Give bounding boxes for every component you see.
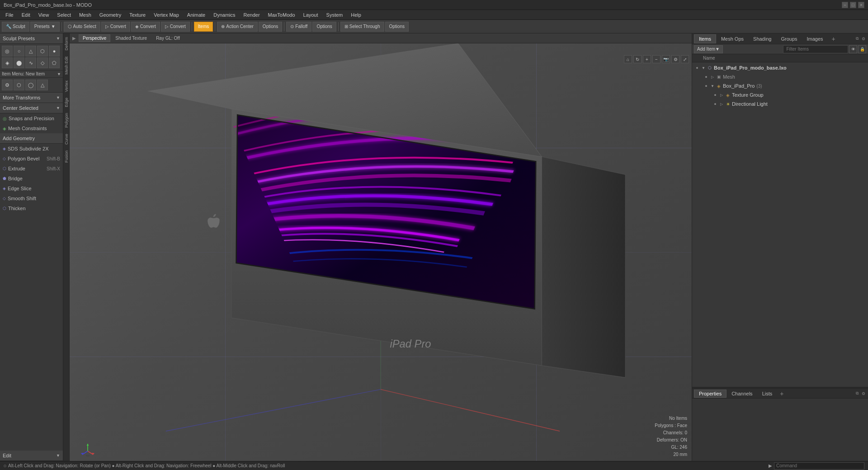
scene-tree[interactable]: ● ▼ ⬡ Box_iPad_Pro_modo_base.lxo ● ▷ ▣ M… [692, 62, 868, 387]
menu-mesh[interactable]: Mesh [75, 11, 95, 19]
rpanel-gear-button[interactable]: ⚙ [861, 36, 866, 42]
more-transforms-header[interactable]: More Transforms ▼ [0, 93, 63, 103]
light-vis-icon[interactable]: ● [712, 101, 718, 107]
tool-icon-5[interactable]: ● [49, 46, 60, 56]
prop-float-button[interactable]: ⧉ [854, 391, 860, 396]
rpanel-tab-items[interactable]: Items [694, 34, 716, 43]
menu-file[interactable]: File [2, 11, 17, 19]
polygon-bevel-item[interactable]: ◇ Polygon Bevel Shift-B [0, 154, 63, 164]
center-selected-header[interactable]: Center Selected ▼ [0, 103, 63, 113]
options2-button[interactable]: Options [312, 22, 336, 32]
menu-maxtomodo[interactable]: MaxToModo [264, 11, 299, 19]
tool-icon-10[interactable]: ⬠ [49, 57, 60, 68]
prop-tab-properties[interactable]: Properties [694, 390, 726, 398]
item-menu-arrow[interactable]: ▼ [57, 72, 61, 76]
edge-slice-item[interactable]: ◈ Edge Slice [0, 183, 63, 193]
options1-button[interactable]: Options [259, 22, 282, 32]
root-expand-icon[interactable]: ▼ [701, 66, 706, 70]
filter-items-input[interactable] [783, 45, 848, 53]
tool-icon-4[interactable]: ⬡ [37, 46, 48, 56]
tool-icon-1[interactable]: ◎ [2, 46, 13, 56]
root-vis-icon[interactable]: ● [694, 65, 700, 71]
add-item-button[interactable]: Add Item ▼ [694, 45, 723, 53]
vert-tab-mesh-edit[interactable]: Mesh Edit [63, 54, 70, 77]
convert1-button[interactable]: ▷ Convert [101, 22, 130, 32]
window-controls[interactable]: − □ × [842, 2, 864, 8]
menu-geometry[interactable]: Geometry [96, 11, 125, 19]
box-expand-icon[interactable]: ▼ [710, 84, 715, 88]
mesh-expand-icon[interactable]: ▷ [710, 75, 715, 79]
vp-zoom-out-button[interactable]: − [652, 55, 660, 63]
close-button[interactable]: × [858, 2, 864, 8]
rpanel-tab-images[interactable]: Images [802, 34, 828, 43]
tree-item-box-ipad-pro[interactable]: ● ▼ ◈ Box_iPad_Pro (3) [692, 81, 868, 90]
rpanel-tab-shading[interactable]: Shading [749, 34, 776, 43]
mesh-constraints-item[interactable]: ◈ Mesh Constraints [0, 123, 63, 133]
vp-rotate-button[interactable]: ↻ [633, 55, 642, 63]
vp-zoom-in-button[interactable]: + [643, 55, 651, 63]
select-through-button[interactable]: ⊞ Select Through [340, 22, 384, 32]
rpanel-add-tab-button[interactable]: + [829, 35, 838, 42]
add-geometry-header[interactable]: Add Geometry [0, 133, 63, 143]
tree-item-dir-light[interactable]: ● ▷ ☀ Directional Light [692, 99, 868, 108]
minimize-button[interactable]: − [842, 2, 848, 8]
box-vis-icon[interactable]: ● [703, 83, 709, 89]
menu-layout[interactable]: Layout [300, 11, 322, 19]
tool-icon-3[interactable]: △ [25, 46, 36, 56]
menu-view[interactable]: View [35, 11, 53, 19]
tex-expand-icon[interactable]: ▷ [719, 93, 724, 97]
maximize-button[interactable]: □ [850, 2, 856, 8]
vert-tab-deform[interactable]: Deform [63, 34, 70, 53]
smooth-shift-item[interactable]: ◇ Smooth Shift [0, 193, 63, 203]
presets-button[interactable]: Presets ▼ [30, 22, 60, 32]
rpanel-lock-icon[interactable]: 🔒 [858, 45, 866, 53]
viewport[interactable]: ▶ Perspective Shaded Texture Ray GL: Off [70, 33, 692, 461]
convert3-button[interactable]: ▷ Convert [161, 22, 190, 32]
sculpt-button[interactable]: 🔧 Sculpt [2, 22, 29, 32]
menu-help[interactable]: Help [347, 11, 365, 19]
tool-icon-6[interactable]: ◈ [2, 57, 13, 68]
vp-settings-button[interactable]: ⚙ [671, 55, 679, 63]
rpanel-tab-groups[interactable]: Groups [776, 34, 802, 43]
vert-tab-edge[interactable]: Edge [63, 95, 70, 110]
tool-icon-2[interactable]: ○ [14, 46, 24, 56]
prop-tab-channels[interactable]: Channels [727, 390, 757, 398]
tex-vis-icon[interactable]: ● [712, 92, 718, 98]
mtool-icon-3[interactable]: ◯ [25, 80, 36, 90]
extrude-item[interactable]: ⬡ Extrude Shift-X [0, 164, 63, 174]
falloff-button[interactable]: ⊙ Falloff [286, 22, 311, 32]
items-button[interactable]: Items [194, 22, 213, 32]
prop-add-tab-button[interactable]: + [777, 390, 786, 397]
command-input[interactable] [774, 462, 864, 470]
tree-item-mesh[interactable]: ● ▷ ▣ Mesh [692, 72, 868, 81]
tree-item-root[interactable]: ● ▼ ⬡ Box_iPad_Pro_modo_base.lxo [692, 63, 868, 72]
menu-render[interactable]: Render [240, 11, 264, 19]
tool-icon-9[interactable]: ◇ [37, 57, 48, 68]
vp-camera-button[interactable]: 📷 [662, 55, 670, 63]
tool-icon-7[interactable]: ⬤ [14, 57, 24, 68]
rpanel-tab-meshops[interactable]: Mesh Ops [717, 34, 748, 43]
snaps-precision-item[interactable]: ◎ Snaps and Precision [0, 113, 63, 123]
vp-home-button[interactable]: ⌂ [624, 55, 632, 63]
prop-tab-lists[interactable]: Lists [758, 390, 777, 398]
menu-select[interactable]: Select [53, 11, 75, 19]
thicken-item[interactable]: ⬡ Thicken [0, 203, 63, 213]
mesh-vis-icon[interactable]: ● [703, 74, 709, 80]
viewport-tab-raygl[interactable]: Ray GL: Off [152, 34, 184, 42]
vp-expand-button[interactable]: ⤢ [681, 55, 689, 63]
menu-vertex-map[interactable]: Vertex Map [150, 11, 183, 19]
vert-tab-curve[interactable]: Curve [63, 131, 70, 147]
viewport-tab-shaded[interactable]: Shaded Texture [111, 34, 151, 42]
convert2-button[interactable]: ◈ Convert [131, 22, 160, 32]
viewport-tab-perspective[interactable]: Perspective [79, 34, 110, 42]
menu-system[interactable]: System [323, 11, 347, 19]
menu-animate[interactable]: Animate [184, 11, 209, 19]
vert-tab-polygon[interactable]: Polygon [63, 110, 70, 131]
statusbar-arrow[interactable]: ▶ [769, 463, 772, 468]
rpanel-vis-icon[interactable]: 👁 [849, 45, 857, 53]
tree-item-texture-group[interactable]: ● ▷ ◈ Texture Group [692, 90, 868, 99]
options3-button[interactable]: Options [385, 22, 409, 32]
tool-icon-8[interactable]: ∿ [25, 57, 36, 68]
edit-header[interactable]: Edit ▼ [0, 451, 63, 461]
prop-gear-button[interactable]: ⚙ [861, 391, 866, 396]
